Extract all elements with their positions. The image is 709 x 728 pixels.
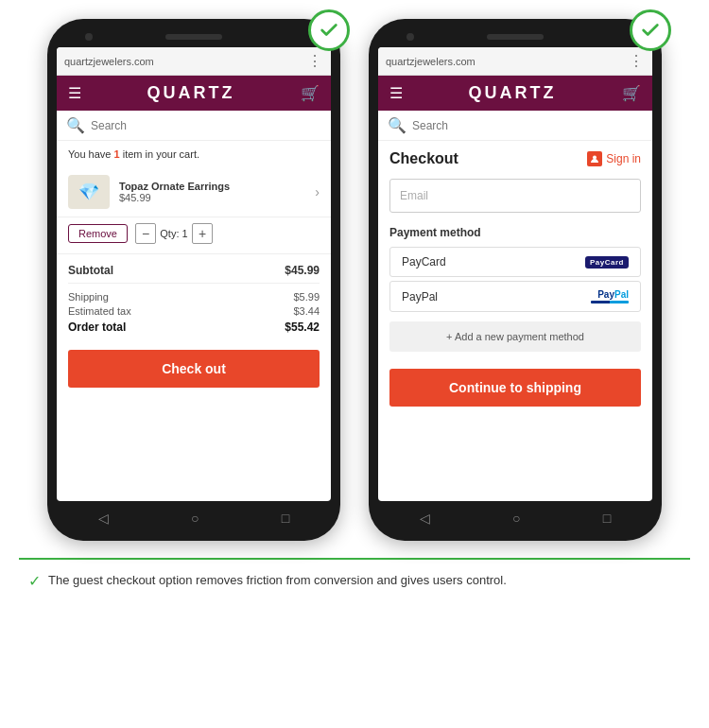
add-payment-button[interactable]: + Add a new payment method <box>389 321 641 352</box>
item-image: 💎 <box>68 175 110 209</box>
paypal-label: PayPal <box>402 290 438 303</box>
email-placeholder: Email <box>400 189 428 202</box>
paypal-text-bot: Pal <box>614 289 629 300</box>
recents-nav-button-2[interactable]: □ <box>603 511 611 526</box>
checkout-header-row: Checkout Sign in <box>378 141 652 173</box>
search-input[interactable] <box>91 119 321 132</box>
subtotal-value: $45.99 <box>285 264 320 277</box>
search-icon: 🔍 <box>66 116 85 134</box>
hamburger-icon-2[interactable]: ☰ <box>389 84 403 102</box>
subtotal-row: Subtotal $45.99 <box>68 264 320 284</box>
paycard-logo: PayCard <box>585 256 629 269</box>
item-arrow-icon[interactable]: › <box>315 184 320 199</box>
search-input-2[interactable] <box>412 119 643 132</box>
paypal-bar <box>591 301 629 303</box>
sign-in-button[interactable]: Sign in <box>587 151 641 166</box>
check-badge-1 <box>308 9 350 51</box>
search-bar-2: 🔍 <box>378 111 652 141</box>
search-bar: 🔍 <box>57 111 331 141</box>
cart-item[interactable]: 💎 Topaz Ornate Earrings $45.99 › <box>57 167 331 217</box>
paypal-logo: PayPal <box>591 289 629 303</box>
caption-check-icon: ✓ <box>28 572 41 590</box>
payment-method-label: Payment method <box>378 218 652 243</box>
speaker-2 <box>487 34 544 40</box>
qty-increase-button[interactable]: + <box>192 223 213 244</box>
app-header-2: ☰ QUARTZ 🛒 <box>378 76 652 111</box>
item-name: Topaz Ornate Earrings <box>119 181 305 192</box>
brand-logo-2: QUARTZ <box>469 83 557 103</box>
browser-url-2: quartzjewelers.com <box>386 56 629 67</box>
browser-menu-icon[interactable]: ⋮ <box>307 52 323 70</box>
brand-logo: QUARTZ <box>147 83 235 103</box>
checkout-screen: quartzjewelers.com ⋮ ☰ QUARTZ 🛒 🔍 Checko… <box>378 47 652 501</box>
shipping-row: Shipping $5.99 <box>68 291 320 303</box>
order-summary: Subtotal $45.99 Shipping $5.99 Estimated… <box>57 253 331 342</box>
cart-count: 1 <box>114 148 120 160</box>
item-details: Topaz Ornate Earrings $45.99 <box>119 181 305 203</box>
cart-icon[interactable]: 🛒 <box>301 84 320 102</box>
home-nav-button-2[interactable]: ○ <box>512 511 520 526</box>
total-row: Order total $55.42 <box>68 321 320 334</box>
search-icon-2: 🔍 <box>388 116 406 134</box>
total-value: $55.42 <box>285 321 320 334</box>
phone-bottom-bar: ◁ ○ □ <box>57 501 331 526</box>
browser-menu-icon-2[interactable]: ⋮ <box>629 52 645 70</box>
item-price: $45.99 <box>119 192 305 203</box>
qty-control: − Qty: 1 + <box>135 223 213 244</box>
sign-in-label: Sign in <box>606 152 641 165</box>
continue-shipping-button[interactable]: Continue to shipping <box>389 369 641 407</box>
browser-url: quartzjewelers.com <box>64 56 307 67</box>
total-label: Order total <box>68 321 126 334</box>
checkout-title: Checkout <box>389 150 458 167</box>
phone-cart: quartzjewelers.com ⋮ ☰ QUARTZ 🛒 🔍 You ha… <box>47 19 340 541</box>
sign-in-icon <box>587 151 602 166</box>
phone-checkout: quartzjewelers.com ⋮ ☰ QUARTZ 🛒 🔍 Checko… <box>369 19 662 541</box>
check-badge-2 <box>630 9 671 51</box>
qty-value: Qty: 1 <box>160 228 188 239</box>
subtotal-label: Subtotal <box>68 264 113 277</box>
recents-nav-button[interactable]: □ <box>282 511 289 526</box>
cart-icon-2[interactable]: 🛒 <box>622 84 641 102</box>
paycard-option[interactable]: PayCard PayCard <box>389 247 641 277</box>
email-field[interactable]: Email <box>389 179 641 213</box>
browser-bar-2: quartzjewelers.com ⋮ <box>378 47 652 76</box>
remove-button[interactable]: Remove <box>68 224 128 243</box>
app-header: ☰ QUARTZ 🛒 <box>57 76 331 111</box>
shipping-value: $5.99 <box>293 291 320 303</box>
svg-point-0 <box>593 156 597 160</box>
item-controls: Remove − Qty: 1 + <box>57 217 331 253</box>
caption-text: The guest checkout option removes fricti… <box>48 571 507 590</box>
home-nav-button[interactable]: ○ <box>191 511 199 526</box>
camera <box>85 33 93 41</box>
browser-bar: quartzjewelers.com ⋮ <box>57 47 331 76</box>
shipping-label: Shipping <box>68 291 109 303</box>
back-nav-button[interactable]: ◁ <box>98 511 109 526</box>
caption-row: ✓ The guest checkout option removes fric… <box>19 558 690 590</box>
cart-notice: You have 1 item in your cart. <box>57 141 331 167</box>
paypal-text-top: Pay <box>597 289 614 300</box>
paypal-option[interactable]: PayPal PayPal <box>389 281 641 312</box>
qty-decrease-button[interactable]: − <box>135 223 156 244</box>
back-nav-button-2[interactable]: ◁ <box>420 511 430 526</box>
tax-value: $3.44 <box>293 305 320 317</box>
camera-2 <box>406 33 414 41</box>
cart-screen: quartzjewelers.com ⋮ ☰ QUARTZ 🛒 🔍 You ha… <box>57 47 331 501</box>
checkout-button[interactable]: Check out <box>68 350 320 388</box>
hamburger-icon[interactable]: ☰ <box>68 84 81 102</box>
tax-label: Estimated tax <box>68 305 131 317</box>
phone-bottom-bar-2: ◁ ○ □ <box>378 501 652 526</box>
tax-row: Estimated tax $3.44 <box>68 305 320 317</box>
paycard-label: PayCard <box>402 255 446 269</box>
speaker <box>165 34 222 40</box>
